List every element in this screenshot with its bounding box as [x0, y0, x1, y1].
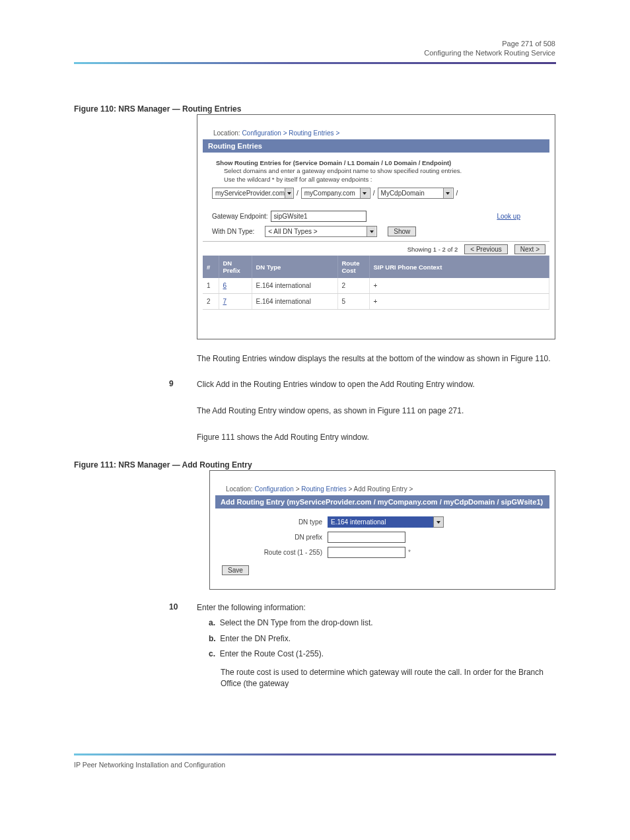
pager-row: Showing 1 - 2 of 2 < Previous Next >	[203, 241, 549, 256]
slash-sep: /	[373, 190, 375, 197]
route-cost-input[interactable]	[328, 547, 405, 558]
cell-index: 2	[203, 294, 219, 310]
table-row: 1 6 E.164 international 2 +	[203, 278, 549, 294]
table-row: 2 7 E.164 international 5 +	[203, 294, 549, 310]
breadcrumb-link[interactable]: Routing Entries	[301, 485, 346, 493]
dn-type-select-arrow[interactable]	[433, 516, 444, 528]
gateway-endpoint-label: Gateway Endpoint:	[212, 213, 268, 220]
instruction-line3: Use the wildcard * by itself for all gat…	[224, 176, 536, 184]
gateway-endpoint-row: Gateway Endpoint: sipGWsite1 Look up	[212, 211, 540, 222]
l0-domain-select[interactable]: MyCdpDomain	[378, 188, 454, 199]
chevron-down-icon	[443, 188, 452, 198]
top-rule	[74, 62, 556, 64]
bottom-rule	[74, 753, 556, 755]
col-index[interactable]: #	[203, 256, 219, 278]
l1-domain-select[interactable]: myCompany.com	[301, 188, 370, 199]
route-cost-row: Route cost (1 - 255) *	[228, 547, 536, 558]
previous-button[interactable]: < Previous	[464, 244, 508, 254]
with-dn-type-label: With DN Type:	[212, 228, 254, 235]
pager-count: Showing 1 - 2 of 2	[407, 246, 458, 253]
breadcrumb: Location: Configuration > Routing Entrie…	[226, 485, 555, 493]
substep-a-label: a.	[209, 618, 215, 627]
step-number-10: 10	[169, 602, 178, 612]
save-button[interactable]: Save	[222, 565, 249, 575]
l0-domain-value: MyCdpDomain	[381, 190, 425, 197]
panel-header-routing-entries: Routing Entries	[203, 139, 549, 153]
dn-prefix-link[interactable]: 6	[223, 282, 227, 289]
page-number: Page 271 of 508	[502, 40, 555, 48]
breadcrumb-current: Add Routing Entry >	[354, 485, 413, 493]
breadcrumb-path: Configuration > Routing Entries >	[242, 129, 339, 137]
dn-prefix-input[interactable]	[328, 532, 405, 543]
step-number-9: 9	[169, 379, 174, 388]
substep-b-text: Enter the DN Prefix.	[220, 634, 291, 643]
breadcrumb-link[interactable]: Configuration	[254, 485, 293, 493]
cell-context: +	[369, 278, 549, 294]
domain-select-row: myServiceProvider.com / myCompany.com / …	[212, 188, 540, 199]
figure-110-screenshot: Location: Configuration > Routing Entrie…	[197, 114, 555, 339]
show-button[interactable]: Show	[388, 227, 416, 236]
breadcrumb: Location: Configuration > Routing Entrie…	[213, 129, 555, 137]
cell-route-cost: 2	[337, 278, 369, 294]
substep-b-label: b.	[209, 634, 216, 643]
route-cost-label: Route cost (1 - 255)	[228, 549, 328, 556]
instruction-line1: Show Routing Entries for (Service Domain…	[216, 159, 451, 166]
next-button[interactable]: Next >	[514, 244, 545, 254]
with-dn-type-row: With DN Type: < All DN Types > Show	[212, 226, 540, 237]
breadcrumb-label: Location:	[226, 485, 253, 493]
dn-type-select[interactable]: E.164 international	[328, 516, 433, 528]
col-dn-type[interactable]: DN Type	[252, 256, 337, 278]
slash-sep: /	[456, 190, 458, 197]
service-domain-value: myServiceProvider.com	[215, 190, 285, 197]
figure-111-screenshot: Location: Configuration > Routing Entrie…	[209, 470, 555, 590]
dn-type-label: DN type	[228, 518, 328, 526]
dn-type-value: < All DN Types >	[268, 228, 317, 235]
l1-domain-value: myCompany.com	[304, 190, 355, 197]
instruction-block: Show Routing Entries for (Service Domain…	[216, 159, 536, 184]
col-sip-uri-context[interactable]: SIP URI Phone Context	[369, 256, 549, 278]
substep-c-label: c.	[209, 649, 215, 658]
substep-c-text: Enter the Route Cost (1-255).	[220, 649, 324, 658]
required-asterisk: *	[408, 549, 411, 556]
dn-prefix-label: DN prefix	[228, 534, 328, 541]
chevron-down-icon	[367, 227, 376, 236]
cell-context: +	[369, 294, 549, 310]
chevron-down-icon	[434, 517, 443, 527]
footer-left: IP Peer Networking Installation and Conf…	[74, 761, 225, 769]
cell-index: 1	[203, 278, 219, 294]
panel-header-add-routing-entry: Add Routing Entry (myServiceProvider.com…	[215, 495, 549, 508]
chevron-down-icon	[360, 188, 369, 198]
step-10-intro: Enter the following information:	[197, 603, 306, 612]
cell-dn-type: E.164 international	[252, 294, 337, 310]
col-dn-prefix[interactable]: DN Prefix	[219, 256, 252, 278]
dn-prefix-link[interactable]: 7	[223, 298, 227, 305]
paragraph: Figure 111 shows the Add Routing Entry w…	[197, 432, 555, 443]
paragraph: The Add Routing Entry window opens, as s…	[197, 405, 555, 417]
cell-route-cost: 5	[337, 294, 369, 310]
substep-a-text: Select the DN Type from the drop-down li…	[220, 618, 373, 627]
routing-entries-table: # DN Prefix DN Type Route Cost SIP URI P…	[203, 256, 549, 310]
instruction-line2: Select domains and enter a gateway endpo…	[224, 167, 536, 175]
gateway-endpoint-input[interactable]: sipGWsite1	[271, 211, 367, 222]
figure-111-caption: Figure 111: NRS Manager — Add Routing En…	[74, 460, 252, 470]
paragraph: Click Add in the Routing Entries window …	[197, 379, 555, 390]
slash-sep: /	[297, 190, 298, 197]
page-section-title: Configuring the Network Routing Service	[424, 49, 555, 57]
lookup-link[interactable]: Look up	[497, 213, 520, 220]
service-domain-select[interactable]: myServiceProvider.com	[212, 188, 294, 199]
cell-dn-type: E.164 international	[252, 278, 337, 294]
paragraph: The Routing Entries window displays the …	[197, 353, 555, 365]
step-10-block: Enter the following information: a. Sele…	[197, 602, 555, 689]
dn-type-row: DN type E.164 international	[228, 516, 536, 528]
dn-type-select[interactable]: < All DN Types >	[265, 226, 377, 237]
breadcrumb-label: Location:	[213, 129, 240, 137]
route-cost-note: The route cost is used to determine whic…	[221, 667, 555, 690]
col-route-cost[interactable]: Route Cost	[337, 256, 369, 278]
figure-110-caption: Figure 110: NRS Manager — Routing Entrie…	[74, 104, 241, 114]
chevron-down-icon	[285, 188, 293, 198]
dn-prefix-row: DN prefix	[228, 532, 536, 543]
